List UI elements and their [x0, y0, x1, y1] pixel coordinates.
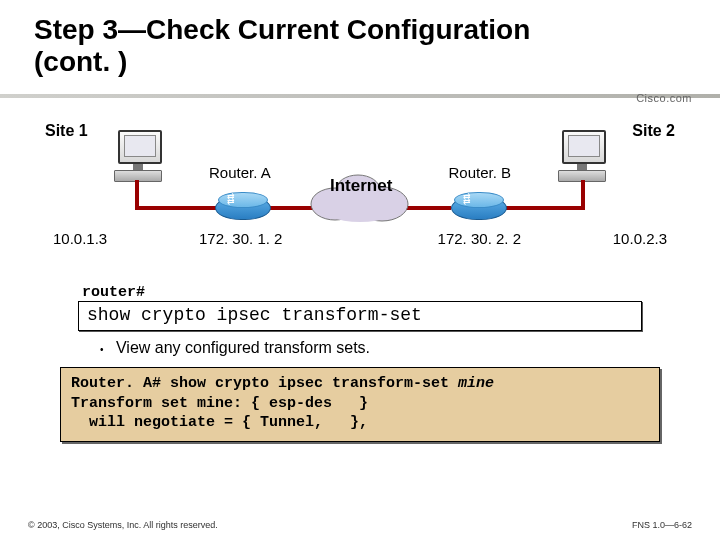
- command-text: show crypto ipsec transform-set: [87, 305, 422, 325]
- network-diagram: Site 1 Site 2 Router. A Router. B ⇄⇄: [55, 122, 665, 282]
- routerB-ip: 172. 30. 2. 2: [438, 230, 521, 247]
- slide-footer: © 2003, Cisco Systems, Inc. All rights r…: [28, 520, 692, 530]
- bullet-text: View any configured transform sets.: [116, 339, 370, 356]
- routerA-label: Router. A: [209, 164, 271, 181]
- title-divider: [0, 88, 720, 104]
- slide-number: FNS 1.0—6-62: [632, 520, 692, 530]
- title-line-1: Step 3—Check Current Configuration: [34, 14, 530, 45]
- bullet-line: • View any configured transform sets.: [100, 339, 642, 357]
- command-box: show crypto ipsec transform-set: [78, 301, 642, 331]
- copyright-text: © 2003, Cisco Systems, Inc. All rights r…: [28, 520, 218, 530]
- output-arg-mine: mine: [458, 375, 494, 392]
- brand-label: Cisco.com: [636, 92, 692, 104]
- host2-ip: 10.0.2.3: [613, 230, 667, 247]
- routerA-icon: ⇄⇄: [215, 192, 269, 222]
- site2-label: Site 2: [632, 122, 675, 140]
- bullet-dot-icon: •: [100, 344, 104, 355]
- routerB-icon: ⇄⇄: [451, 192, 505, 222]
- routerA-ip: 172. 30. 1. 2: [199, 230, 282, 247]
- host1-ip: 10.0.1.3: [53, 230, 107, 247]
- site1-label: Site 1: [45, 122, 88, 140]
- slide-title: Step 3—Check Current Configuration (cont…: [0, 0, 720, 84]
- host2-pc-icon: [555, 130, 609, 180]
- cli-output-box: Router. A# show crypto ipsec transform-s…: [60, 367, 660, 442]
- routerB-label: Router. B: [448, 164, 511, 181]
- internet-cloud-icon: [300, 166, 420, 226]
- output-line-2: Transform set mine: { esp-des }: [71, 395, 368, 412]
- link-line: [135, 206, 217, 210]
- output-line-3: will negotiate = { Tunnel, },: [71, 414, 368, 431]
- title-line-2: (cont. ): [34, 46, 127, 77]
- internet-label: Internet: [330, 176, 392, 196]
- link-line: [503, 206, 585, 210]
- command-block: router# show crypto ipsec transform-set: [78, 284, 642, 331]
- router-prompt: router#: [78, 284, 642, 301]
- host1-pc-icon: [111, 130, 165, 180]
- output-line-1a: Router. A# show crypto ipsec transform-s…: [71, 375, 458, 392]
